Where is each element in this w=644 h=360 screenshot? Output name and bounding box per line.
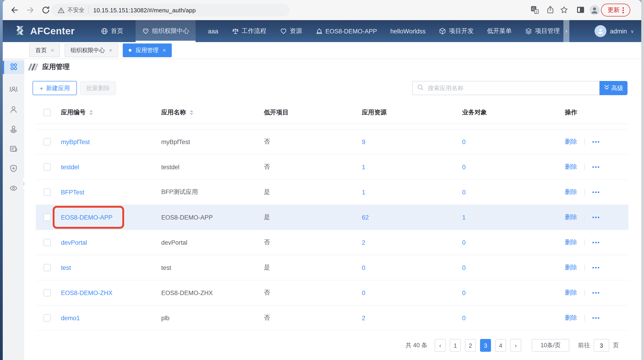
share-icon[interactable] (546, 5, 555, 15)
bookmark-star-icon[interactable] (560, 5, 569, 15)
address-bar[interactable]: 不安全 10.15.15.151:13082/#/menu_auth/app (51, 4, 290, 16)
nav-item-helloWorldss[interactable]: helloWorldss (389, 20, 426, 42)
app-code-link[interactable]: BFPTest (61, 189, 84, 195)
row-checkbox[interactable] (44, 239, 51, 246)
nav-item-EOS8-DEMO-APP[interactable]: EOS8-DEMO-APP (314, 20, 378, 42)
nav-item-低开菜单[interactable]: 低开菜单 (486, 20, 512, 42)
new-app-button[interactable]: + 新建应用 (32, 81, 77, 95)
security-warning-icon[interactable] (58, 7, 64, 13)
sidebar-item-apps[interactable] (3, 61, 24, 74)
row-checkbox[interactable] (44, 314, 51, 322)
nav-item-组织权限中心[interactable]: 组织权限中心 (136, 20, 196, 42)
more-actions-button[interactable]: ••• (592, 214, 600, 220)
app-code-link[interactable]: devPortal (61, 239, 87, 246)
app-resources-link[interactable]: 9 (362, 138, 365, 145)
select-all-checkbox[interactable] (44, 109, 51, 116)
browser-reload-button[interactable] (41, 5, 50, 15)
row-checkbox[interactable] (44, 188, 51, 196)
app-code-link[interactable]: testdel (61, 164, 79, 171)
col-app-code[interactable]: 应用编号 (53, 108, 154, 117)
more-actions-button[interactable]: ••• (592, 315, 600, 321)
next-page-button[interactable]: › (510, 339, 521, 352)
delete-link[interactable]: 删除 (565, 314, 577, 322)
prev-page-button[interactable]: ‹ (435, 339, 446, 352)
delete-link[interactable]: 删除 (565, 163, 577, 171)
app-code-link[interactable]: myBpfTest (61, 138, 90, 145)
biz-objects-link[interactable]: 0 (462, 264, 466, 271)
delete-link[interactable]: 删除 (565, 238, 577, 247)
url-text[interactable]: 10.15.15.151:13082/#/menu_auth/app (93, 7, 196, 13)
more-actions-button[interactable]: ••• (592, 264, 600, 271)
page-button-3[interactable]: 3 (480, 339, 491, 352)
more-actions-button[interactable]: ••• (592, 164, 600, 170)
app-resources-link[interactable]: 0 (362, 289, 365, 296)
biz-objects-link[interactable]: 0 (462, 138, 466, 145)
app-resources-link[interactable]: 0 (362, 264, 365, 271)
nav-item-aaa[interactable]: aaa (207, 20, 219, 42)
tab-组织权限中心[interactable]: 组织权限中心× (64, 43, 118, 57)
row-checkbox[interactable] (44, 214, 51, 221)
biz-objects-link[interactable]: 0 (462, 289, 466, 296)
page-size-select[interactable]: 10条/页 (532, 339, 569, 352)
tab-close-icon[interactable]: × (109, 47, 112, 53)
more-actions-button[interactable]: ••• (592, 290, 600, 296)
app-resources-link[interactable]: 1 (362, 189, 365, 195)
nav-item-工作流程[interactable]: 工作流程 (230, 20, 267, 42)
page-button-4[interactable]: 4 (495, 339, 506, 352)
browser-forward-button[interactable] (26, 5, 35, 15)
delete-link[interactable]: 删除 (565, 263, 577, 272)
sidebar-item-monitor-eye[interactable] (3, 183, 24, 193)
brand[interactable]: AFCenter (14, 20, 75, 42)
browser-update-button[interactable]: 更新 (601, 4, 630, 16)
nav-item-项目管理[interactable]: 项目管理 (524, 20, 561, 42)
tab-close-icon[interactable]: × (51, 47, 54, 53)
goto-page-input[interactable] (594, 339, 609, 352)
app-code-link[interactable]: EOS8-DEMO-ZHX (61, 289, 112, 296)
app-resources-link[interactable]: 2 (362, 315, 365, 321)
sidebar-item-documents[interactable] (3, 144, 24, 154)
delete-link[interactable]: 删除 (565, 289, 577, 297)
row-checkbox[interactable] (44, 264, 51, 271)
tab-应用管理[interactable]: 应用管理× (123, 43, 172, 57)
app-resources-link[interactable]: 1 (362, 164, 365, 171)
sidebar-item-stamp[interactable] (3, 124, 24, 134)
app-code-link[interactable]: demo1 (61, 315, 80, 321)
search-input[interactable] (427, 84, 599, 92)
biz-objects-link[interactable]: 0 (462, 189, 466, 195)
delete-link[interactable]: 删除 (565, 188, 577, 196)
page-button-1[interactable]: 1 (450, 339, 461, 352)
sidebar-item-users[interactable] (3, 105, 24, 114)
tab-close-icon[interactable]: × (162, 47, 166, 53)
advanced-search-button[interactable]: 高级 (600, 81, 628, 95)
delete-link[interactable]: 删除 (565, 138, 577, 146)
browser-menu-dots-icon[interactable] (622, 7, 624, 13)
batch-delete-button[interactable]: 批量删除 (80, 81, 116, 95)
more-actions-button[interactable]: ••• (592, 189, 600, 195)
biz-objects-link[interactable]: 0 (462, 164, 466, 171)
row-checkbox[interactable] (44, 289, 51, 296)
more-actions-button[interactable]: ••• (592, 239, 600, 246)
sidebar-item-user-groups[interactable] (3, 85, 24, 94)
translate-icon[interactable]: G文 (530, 5, 540, 15)
nav-item-首页[interactable]: 首页 (100, 20, 124, 42)
tab-首页[interactable]: 首页× (29, 43, 60, 57)
user-menu[interactable]: admin ∨ (594, 20, 634, 42)
row-checkbox[interactable] (44, 138, 51, 146)
nav-scroll-more[interactable]: › (564, 20, 569, 42)
nav-item-项目开发[interactable]: 项目开发 (438, 20, 474, 42)
app-code-link[interactable]: EOS8-DEMO-APP (61, 214, 112, 221)
security-label[interactable]: 不安全 (67, 6, 84, 14)
sidebar-toggle-icon[interactable] (576, 5, 585, 15)
col-app-name[interactable]: 应用名称 (154, 108, 256, 117)
biz-objects-link[interactable]: 0 (462, 239, 466, 246)
delete-link[interactable]: 删除 (565, 213, 577, 221)
sort-icon[interactable] (190, 110, 193, 115)
nav-item-资源[interactable]: 资源 (279, 20, 303, 42)
app-resources-link[interactable]: 62 (362, 214, 369, 221)
sort-icon[interactable] (89, 110, 93, 115)
app-code-link[interactable]: test (61, 264, 71, 271)
app-resources-link[interactable]: 2 (362, 239, 365, 246)
biz-objects-link[interactable]: 0 (462, 315, 466, 321)
browser-profile-avatar[interactable] (589, 4, 598, 14)
browser-back-button[interactable] (10, 5, 19, 15)
